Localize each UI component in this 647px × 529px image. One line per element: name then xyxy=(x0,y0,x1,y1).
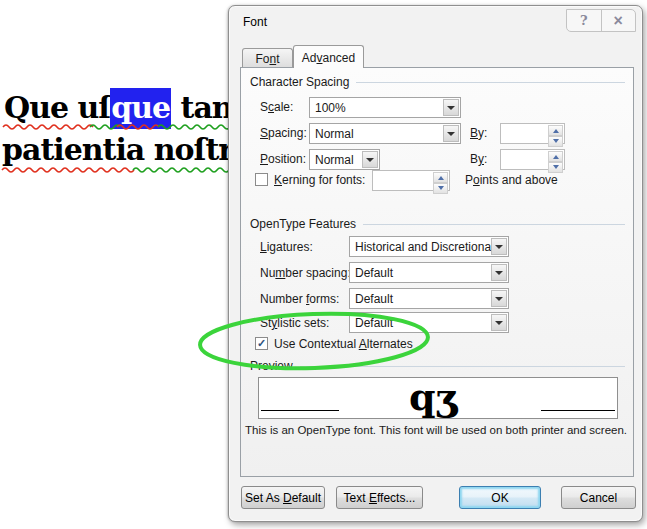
position-by-label: By: xyxy=(470,152,487,166)
position-dropdown[interactable]: Normal xyxy=(309,149,380,170)
preview-ligature-glyph: qʒ xyxy=(409,374,457,419)
arrow-up-icon xyxy=(553,126,559,133)
document-line-1[interactable]: Que uſque tand xyxy=(4,90,228,125)
spacing-label: Spacing: xyxy=(260,126,307,140)
kerning-points-spinner[interactable] xyxy=(372,170,450,191)
use-contextual-alternates-checkbox[interactable]: ✓ xyxy=(255,337,268,350)
character-spacing-header: Character Spacing xyxy=(250,75,625,89)
preview-caption: This is an OpenType font. This font will… xyxy=(245,424,627,436)
screenshot-canvas: Que uſque tand patientia noſtra Font ? ×… xyxy=(0,0,647,529)
header-rule xyxy=(300,366,625,367)
spinner-buttons xyxy=(548,125,563,142)
check-icon: ✓ xyxy=(257,337,266,349)
titlebar-buttons: ? × xyxy=(566,9,636,32)
number-spacing-dropdown[interactable]: Default xyxy=(349,262,509,283)
header-rule xyxy=(356,82,625,83)
text-effects-button[interactable]: Text Effects... xyxy=(336,486,423,509)
preview-header: Preview xyxy=(250,359,625,373)
stylistic-sets-dropdown-arrow[interactable] xyxy=(491,314,507,331)
dialog-title: Font xyxy=(243,15,267,29)
kerning-label[interactable]: Kerning for fonts: xyxy=(274,173,365,187)
arrow-down-icon xyxy=(553,165,559,172)
preview-box: qʒ xyxy=(258,377,618,419)
chevron-down-icon xyxy=(447,106,455,114)
scale-dropdown-arrow[interactable] xyxy=(443,99,459,116)
position-by-spinner[interactable] xyxy=(500,149,565,170)
spinner-buttons xyxy=(433,172,448,189)
header-rule xyxy=(363,224,625,225)
number-forms-dropdown[interactable]: Default xyxy=(349,288,509,309)
spacing-by-label: By: xyxy=(470,126,487,140)
chevron-down-icon xyxy=(495,321,503,329)
document-area[interactable]: Que uſque tand patientia noſtra xyxy=(0,0,228,529)
spinner-down-button[interactable] xyxy=(548,136,563,147)
tab-advanced[interactable]: Advanced xyxy=(293,45,364,68)
chevron-down-icon xyxy=(447,132,455,140)
close-button[interactable]: × xyxy=(601,10,636,31)
spinner-up-button[interactable] xyxy=(433,172,448,183)
points-and-above-label: Points and above xyxy=(465,173,558,187)
spellcheck-squiggles xyxy=(0,0,228,529)
number-spacing-label: Number spacing: xyxy=(260,266,351,280)
position-dropdown-arrow[interactable] xyxy=(362,151,378,168)
spacing-dropdown-arrow[interactable] xyxy=(443,125,459,142)
number-forms-dropdown-arrow[interactable] xyxy=(491,290,507,307)
close-icon: × xyxy=(614,13,623,29)
spinner-down-button[interactable] xyxy=(548,162,563,173)
number-forms-label: Number forms: xyxy=(260,292,339,306)
preview-rule-right xyxy=(541,410,615,411)
scale-label: Scale: xyxy=(260,100,293,114)
doc-line2-text: patientia noſtra xyxy=(2,132,228,167)
scale-dropdown[interactable]: 100% xyxy=(309,97,461,118)
set-as-default-button[interactable]: Set As Default xyxy=(241,486,325,509)
position-label: Position: xyxy=(260,152,306,166)
cancel-button[interactable]: Cancel xyxy=(561,486,636,509)
spinner-up-button[interactable] xyxy=(548,151,563,162)
preview-rule-left xyxy=(261,410,339,411)
doc-line1-text: Que uſ xyxy=(4,90,110,125)
tab-font[interactable]: Font xyxy=(242,48,293,68)
spinner-up-button[interactable] xyxy=(548,125,563,136)
stylistic-sets-dropdown[interactable]: Default xyxy=(349,312,509,333)
chevron-down-icon xyxy=(495,297,503,305)
selected-text[interactable]: que xyxy=(110,88,171,129)
chevron-down-icon xyxy=(366,158,374,166)
chevron-down-icon xyxy=(495,245,503,253)
number-spacing-dropdown-arrow[interactable] xyxy=(491,264,507,281)
chevron-down-icon xyxy=(495,271,503,279)
spinner-down-button[interactable] xyxy=(433,183,448,194)
doc-line1-tail: tand xyxy=(171,90,228,125)
arrow-down-icon xyxy=(438,186,444,193)
arrow-down-icon xyxy=(553,139,559,146)
spacing-dropdown[interactable]: Normal xyxy=(309,123,461,144)
ligatures-label: Ligatures: xyxy=(260,240,313,254)
kerning-checkbox[interactable] xyxy=(255,173,268,186)
ligatures-dropdown[interactable]: Historical and Discretionary xyxy=(349,236,509,257)
document-line-2[interactable]: patientia noſtra xyxy=(2,132,228,167)
stylistic-sets-label: Stylistic sets: xyxy=(260,316,329,330)
opentype-features-header: OpenType Features xyxy=(250,217,625,231)
use-contextual-alternates-label[interactable]: Use Contextual Alternates xyxy=(274,337,413,351)
arrow-up-icon xyxy=(438,173,444,180)
spacing-by-spinner[interactable] xyxy=(500,123,565,144)
arrow-up-icon xyxy=(553,152,559,159)
font-dialog: Font ? × Font Advanced Character Spacing… xyxy=(228,5,643,522)
ligatures-dropdown-arrow[interactable] xyxy=(491,238,507,255)
help-icon: ? xyxy=(580,13,588,28)
ok-button[interactable]: OK xyxy=(459,486,541,509)
spinner-buttons xyxy=(548,151,563,168)
help-button[interactable]: ? xyxy=(567,10,601,31)
advanced-tab-page: Character Spacing Scale: 100% Spacing: N… xyxy=(240,67,634,477)
